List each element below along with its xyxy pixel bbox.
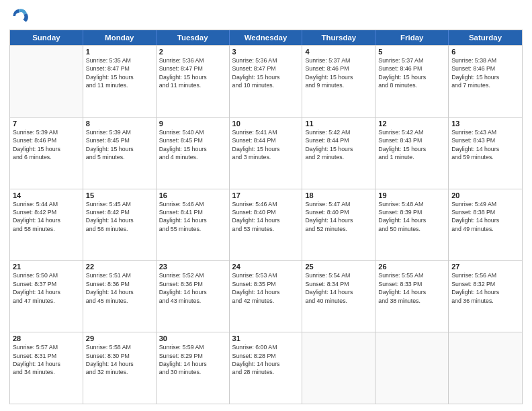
day-cell-7: 7Sunrise: 5:39 AMSunset: 8:46 PMDaylight… bbox=[10, 118, 83, 189]
header-day-saturday: Saturday bbox=[449, 30, 522, 45]
cell-line: Daylight: 14 hours bbox=[86, 361, 153, 368]
cell-line: Daylight: 15 hours bbox=[159, 74, 226, 81]
cell-line: and 43 minutes. bbox=[159, 298, 226, 305]
cell-line: Sunset: 8:34 PM bbox=[305, 281, 372, 288]
cell-line: Sunrise: 5:58 AM bbox=[86, 344, 153, 351]
cell-line: Sunset: 8:46 PM bbox=[13, 137, 80, 144]
cell-line: Daylight: 14 hours bbox=[159, 361, 226, 368]
cell-line: and 6 minutes. bbox=[13, 154, 80, 161]
day-cell-22: 22Sunrise: 5:51 AMSunset: 8:36 PMDayligh… bbox=[83, 261, 157, 332]
cell-line: Sunrise: 5:53 AM bbox=[232, 272, 300, 279]
cell-line: Sunrise: 5:48 AM bbox=[378, 201, 445, 208]
cell-line: Daylight: 14 hours bbox=[13, 217, 80, 224]
cell-line: and 4 minutes. bbox=[159, 154, 226, 161]
cell-line: Daylight: 14 hours bbox=[86, 289, 153, 296]
cell-line: Daylight: 14 hours bbox=[451, 289, 519, 296]
cell-line: Sunset: 8:41 PM bbox=[159, 209, 226, 216]
calendar-row-0: 1Sunrise: 5:35 AMSunset: 8:47 PMDaylight… bbox=[10, 45, 522, 117]
cell-line: and 50 minutes. bbox=[378, 226, 445, 233]
cell-line: Sunset: 8:40 PM bbox=[305, 209, 372, 216]
cell-line: Sunrise: 5:43 AM bbox=[451, 129, 519, 136]
cell-line: Sunset: 8:28 PM bbox=[232, 353, 300, 360]
cell-line: Sunrise: 5:56 AM bbox=[451, 272, 519, 279]
cell-line: Sunset: 8:43 PM bbox=[451, 137, 519, 144]
day-number: 12 bbox=[378, 120, 445, 128]
cell-line: Daylight: 15 hours bbox=[159, 146, 226, 153]
day-number: 18 bbox=[305, 191, 372, 199]
day-number: 27 bbox=[451, 263, 519, 271]
cell-line: and 56 minutes. bbox=[86, 226, 153, 233]
day-number: 5 bbox=[378, 48, 445, 56]
cell-line: Sunrise: 5:41 AM bbox=[232, 129, 300, 136]
cell-line: Sunrise: 5:37 AM bbox=[378, 57, 445, 64]
cell-line: Daylight: 14 hours bbox=[378, 289, 445, 296]
day-cell-29: 29Sunrise: 5:58 AMSunset: 8:30 PMDayligh… bbox=[83, 332, 157, 404]
cell-line: and 28 minutes. bbox=[232, 369, 300, 376]
cell-line: Sunrise: 5:57 AM bbox=[13, 344, 80, 351]
cell-line: Sunrise: 5:47 AM bbox=[305, 201, 372, 208]
logo bbox=[9, 7, 30, 26]
day-number: 13 bbox=[451, 120, 519, 128]
cell-line: Sunrise: 5:38 AM bbox=[451, 57, 519, 64]
cell-line: Sunrise: 5:46 AM bbox=[232, 201, 300, 208]
cell-line: and 5 minutes. bbox=[86, 154, 153, 161]
cell-line: Sunrise: 5:35 AM bbox=[86, 57, 153, 64]
day-number: 22 bbox=[86, 263, 153, 271]
cell-line: Sunset: 8:43 PM bbox=[378, 137, 445, 144]
day-cell-5: 5Sunrise: 5:37 AMSunset: 8:46 PMDaylight… bbox=[375, 46, 449, 117]
cell-line: and 40 minutes. bbox=[305, 298, 372, 305]
header-day-thursday: Thursday bbox=[302, 30, 375, 45]
cell-line: Sunrise: 5:54 AM bbox=[305, 272, 372, 279]
cell-line: Sunset: 8:45 PM bbox=[86, 137, 153, 144]
header bbox=[9, 7, 523, 26]
empty-cell bbox=[375, 332, 449, 404]
day-cell-30: 30Sunrise: 5:59 AMSunset: 8:29 PMDayligh… bbox=[157, 332, 230, 404]
day-cell-31: 31Sunrise: 6:00 AMSunset: 8:28 PMDayligh… bbox=[230, 332, 303, 404]
day-number: 31 bbox=[232, 334, 300, 342]
day-cell-11: 11Sunrise: 5:42 AMSunset: 8:44 PMDayligh… bbox=[302, 118, 375, 189]
header-day-wednesday: Wednesday bbox=[230, 30, 303, 45]
day-cell-17: 17Sunrise: 5:46 AMSunset: 8:40 PMDayligh… bbox=[230, 189, 303, 261]
day-cell-21: 21Sunrise: 5:50 AMSunset: 8:37 PMDayligh… bbox=[10, 261, 83, 332]
cell-line: Sunrise: 5:40 AM bbox=[159, 129, 226, 136]
cell-line: Sunset: 8:35 PM bbox=[232, 281, 300, 288]
calendar-body: 1Sunrise: 5:35 AMSunset: 8:47 PMDaylight… bbox=[10, 45, 522, 404]
calendar-row-3: 21Sunrise: 5:50 AMSunset: 8:37 PMDayligh… bbox=[10, 260, 522, 332]
day-cell-6: 6Sunrise: 5:38 AMSunset: 8:46 PMDaylight… bbox=[449, 46, 522, 117]
header-day-monday: Monday bbox=[83, 30, 157, 45]
day-number: 15 bbox=[86, 191, 153, 199]
calendar-row-1: 7Sunrise: 5:39 AMSunset: 8:46 PMDaylight… bbox=[10, 117, 522, 189]
day-number: 1 bbox=[86, 48, 153, 56]
cell-line: Sunrise: 5:36 AM bbox=[232, 57, 300, 64]
cell-line: Sunset: 8:47 PM bbox=[159, 65, 226, 73]
cell-line: and 45 minutes. bbox=[86, 298, 153, 305]
day-number: 4 bbox=[305, 48, 372, 56]
page: SundayMondayTuesdayWednesdayThursdayFrid… bbox=[0, 0, 532, 411]
day-cell-8: 8Sunrise: 5:39 AMSunset: 8:45 PMDaylight… bbox=[83, 118, 157, 189]
logo-icon bbox=[11, 7, 30, 26]
day-number: 3 bbox=[232, 48, 300, 56]
cell-line: and 30 minutes. bbox=[159, 369, 226, 376]
day-cell-12: 12Sunrise: 5:42 AMSunset: 8:43 PMDayligh… bbox=[375, 118, 449, 189]
day-number: 24 bbox=[232, 263, 300, 271]
cell-line: Sunset: 8:32 PM bbox=[451, 281, 519, 288]
cell-line: Sunrise: 5:39 AM bbox=[13, 129, 80, 136]
cell-line: Sunrise: 6:00 AM bbox=[232, 344, 300, 351]
cell-line: Daylight: 15 hours bbox=[232, 74, 300, 81]
cell-line: and 47 minutes. bbox=[13, 298, 80, 305]
cell-line: and 58 minutes. bbox=[13, 226, 80, 233]
cell-line: Sunset: 8:47 PM bbox=[86, 65, 153, 73]
cell-line: Sunset: 8:39 PM bbox=[378, 209, 445, 216]
day-number: 8 bbox=[86, 120, 153, 128]
day-cell-14: 14Sunrise: 5:44 AMSunset: 8:42 PMDayligh… bbox=[10, 189, 83, 261]
cell-line: and 11 minutes. bbox=[86, 82, 153, 89]
cell-line: and 8 minutes. bbox=[378, 82, 445, 89]
cell-line: Daylight: 15 hours bbox=[305, 146, 372, 153]
day-cell-18: 18Sunrise: 5:47 AMSunset: 8:40 PMDayligh… bbox=[302, 189, 375, 261]
empty-cell bbox=[449, 332, 522, 404]
cell-line: Sunrise: 5:50 AM bbox=[13, 272, 80, 279]
day-cell-1: 1Sunrise: 5:35 AMSunset: 8:47 PMDaylight… bbox=[83, 46, 157, 117]
cell-line: and 7 minutes. bbox=[451, 82, 519, 89]
cell-line: Daylight: 15 hours bbox=[451, 74, 519, 81]
cell-line: and 55 minutes. bbox=[159, 226, 226, 233]
